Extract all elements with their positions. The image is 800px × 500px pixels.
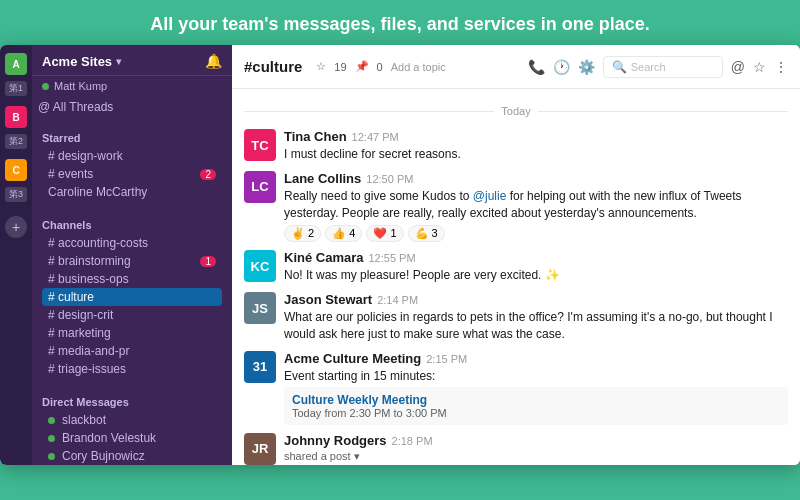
all-threads-item[interactable]: @ All Threads [32,98,232,116]
username-label: Matt Kump [54,80,107,92]
message-time: 2:18 PM [392,435,433,447]
message-time: 2:14 PM [377,294,418,306]
calendar-time: Today from 2:30 PM to 3:00 PM [292,407,780,419]
sidebar-item-triage[interactable]: # triage-issues [42,360,222,378]
chevron-down-icon: ▾ [116,56,121,67]
status-dot [48,435,55,442]
starred-label: Starred [42,132,222,144]
channel-name: #culture [244,58,302,75]
message-meta: Acme Culture Meeting 2:15 PM [284,351,788,366]
phone-icon[interactable]: 📞 [528,59,545,75]
message-lane-collins: LC Lane Collins 12:50 PM Really need to … [232,167,800,247]
avatar-kine: KC [244,250,276,282]
author-name: Tina Chen [284,129,347,144]
channel-stars: ☆ 19 📌 0 [316,60,382,73]
mention-julie[interactable]: @julie [473,189,507,203]
message-tina-chen: TC Tina Chen 12:47 PM I must decline for… [232,125,800,167]
avatar-tina: TC [244,129,276,161]
add-topic-button[interactable]: Add a topic [391,61,446,73]
star2-icon[interactable]: ☆ [753,59,766,75]
sidebar-item-culture[interactable]: # culture [42,288,222,306]
dm-section: Direct Messages slackbot Brandon Velestu… [32,388,232,465]
message-body: Lane Collins 12:50 PM Really need to giv… [284,171,788,243]
status-dot [48,453,55,460]
workspace-switcher: A 第1 B 第2 C 第3 + [0,45,32,465]
message-meta: Kiné Camara 12:55 PM [284,250,788,265]
message-time: 12:47 PM [352,131,399,143]
message-meta: Johnny Rodgers 2:18 PM [284,433,788,448]
workspace-num-1: 第1 [5,81,27,96]
message-meta: Lane Collins 12:50 PM [284,171,788,186]
workspace-num-3: 第3 [5,187,27,202]
calendar-event-link[interactable]: Culture Weekly Meeting [292,393,780,407]
pin-count: 0 [377,61,383,73]
avatar-jason: JS [244,292,276,324]
search-placeholder: Search [631,61,666,73]
message-body: Acme Culture Meeting 2:15 PM Event start… [284,351,788,425]
author-name: Lane Collins [284,171,361,186]
dm-slackbot[interactable]: slackbot [42,411,222,429]
sidebar-item-design-work[interactable]: # design-work [42,147,222,165]
author-name: Acme Culture Meeting [284,351,421,366]
banner-headline: All your team's messages, files, and ser… [0,14,800,35]
author-name: Jason Stewart [284,292,372,307]
channels-label: Channels [42,219,222,231]
header-actions: 📞 🕐 ⚙️ 🔍 Search @ ☆ ⋮ [528,56,788,78]
shared-post-label: shared a post ▾ [284,450,788,463]
brainstorming-badge: 1 [200,256,216,267]
reaction-flex[interactable]: 💪 3 [408,225,445,242]
starred-section: Starred # design-work # events 2 Carolin… [32,124,232,203]
star-icon[interactable]: ☆ [316,60,326,73]
at-icon[interactable]: @ [731,59,745,75]
main-content: #culture ☆ 19 📌 0 Add a topic 📞 🕐 ⚙️ 🔍 S… [232,45,800,465]
add-workspace-button[interactable]: + [5,216,27,238]
avatar-calendar: 31 [244,351,276,383]
dm-cory[interactable]: Cory Bujnowicz [42,447,222,465]
dm-label: Direct Messages [42,396,222,408]
message-text: I must decline for secret reasons. [284,146,788,163]
search-box[interactable]: 🔍 Search [603,56,723,78]
message-text: No! It was my pleasure! People are very … [284,267,788,284]
message-time: 12:55 PM [368,252,415,264]
star-count: 19 [334,61,346,73]
message-body: Kiné Camara 12:55 PM No! It was my pleas… [284,250,788,284]
status-dot [48,417,55,424]
settings-icon[interactable]: ⚙️ [578,59,595,75]
workspace-icon-2[interactable]: B [5,106,27,128]
channels-section: Channels # accounting-costs # brainstorm… [32,211,232,380]
message-text: Event starting in 15 minutes: [284,368,788,385]
workspace-name[interactable]: Acme Sites ▾ [42,54,121,69]
more-icon[interactable]: ⋮ [774,59,788,75]
clock-icon[interactable]: 🕐 [553,59,570,75]
notifications-bell-icon[interactable]: 🔔 [205,53,222,69]
reaction-heart[interactable]: ❤️ 1 [366,225,403,242]
reaction-victory[interactable]: ✌️ 2 [284,225,321,242]
sidebar-item-marketing[interactable]: # marketing [42,324,222,342]
search-icon: 🔍 [612,60,627,74]
author-name: Kiné Camara [284,250,363,265]
channel-header: #culture ☆ 19 📌 0 Add a topic 📞 🕐 ⚙️ 🔍 S… [232,45,800,89]
message-jason-stewart-1: JS Jason Stewart 2:14 PM What are our po… [232,288,800,347]
sidebar-item-brainstorming[interactable]: # brainstorming 1 [42,252,222,270]
avatar-lane: LC [244,171,276,203]
message-text: What are our policies in regards to pets… [284,309,788,343]
avatar-johnny: JR [244,433,276,465]
user-status-dot [42,83,49,90]
reaction-thumbs[interactable]: 👍 4 [325,225,362,242]
date-divider: Today [232,105,800,117]
sidebar-item-media-and-pr[interactable]: # media-and-pr [42,342,222,360]
author-name: Johnny Rodgers [284,433,387,448]
workspace-icon-1[interactable]: A [5,53,27,75]
sidebar-item-events[interactable]: # events 2 [42,165,222,183]
message-body: Jason Stewart 2:14 PM What are our polic… [284,292,788,343]
message-kine-camara: KC Kiné Camara 12:55 PM No! It was my pl… [232,246,800,288]
sidebar-item-design-crit[interactable]: # design-crit [42,306,222,324]
sidebar-item-caroline[interactable]: Caroline McCarthy [42,183,222,201]
messages-area: Today TC Tina Chen 12:47 PM I must decli… [232,89,800,465]
pin-icon: 📌 [355,60,369,73]
sidebar-item-business-ops[interactable]: # business-ops [42,270,222,288]
dm-brandon[interactable]: Brandon Velestuk [42,429,222,447]
sidebar-item-accounting[interactable]: # accounting-costs [42,234,222,252]
workspace-icon-3[interactable]: C [5,159,27,181]
message-time: 12:50 PM [366,173,413,185]
